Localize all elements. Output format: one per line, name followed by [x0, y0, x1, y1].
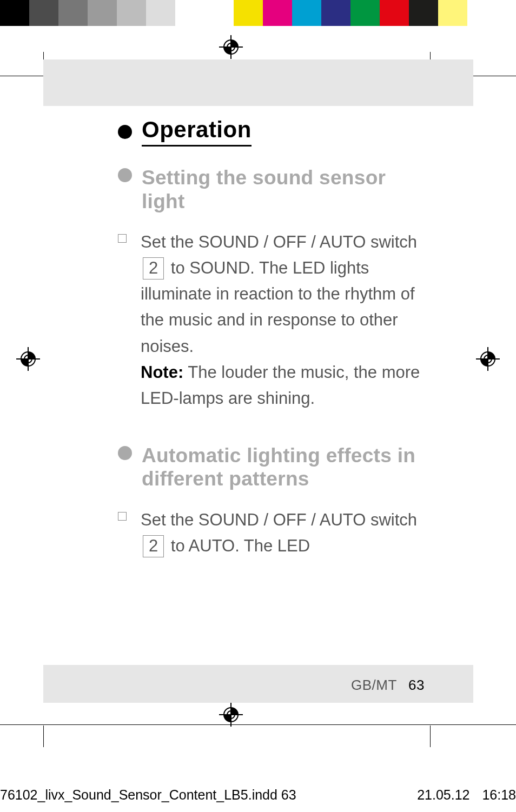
color-swatch — [117, 0, 146, 26]
color-swatch — [29, 0, 58, 26]
color-swatch — [350, 0, 380, 26]
slug-date: 21.05.12 — [417, 787, 469, 802]
heading-setting-sound-sensor: Setting the sound sensor light — [142, 166, 426, 213]
color-swatch — [88, 0, 117, 26]
registration-mark-icon — [219, 35, 243, 59]
slug-filename: 76102_livx_Sound_Sensor_Content_LB5.indd… — [0, 787, 296, 803]
bullet-icon — [118, 168, 132, 182]
color-swatch — [263, 0, 292, 26]
reference-key: 2 — [143, 535, 164, 557]
reference-key: 2 — [143, 257, 164, 279]
color-swatch — [234, 0, 263, 26]
text: to AUTO. The LED — [166, 536, 310, 555]
color-swatch — [58, 0, 88, 26]
heading-automatic-lighting: Automatic lighting effects in different … — [142, 444, 426, 491]
text: Set the SOUND / OFF / AUTO switch — [141, 232, 417, 251]
color-swatch — [409, 0, 438, 26]
note-label: Note: — [141, 363, 183, 382]
page-content: Operation Setting the sound sensor light… — [118, 117, 426, 559]
checkbox-icon — [118, 234, 127, 243]
text: Set the SOUND / OFF / AUTO switch — [141, 510, 417, 529]
heading-operation: Operation — [142, 117, 252, 147]
color-swatch — [292, 0, 321, 26]
instruction-text: Set the SOUND / OFF / AUTO switch 2 to S… — [141, 229, 426, 411]
color-swatch — [175, 0, 204, 26]
registration-mark-icon — [476, 347, 500, 371]
locale-label: GB/MT — [351, 677, 396, 693]
checkbox-icon — [118, 512, 127, 521]
print-color-bar — [0, 0, 516, 26]
color-swatch — [380, 0, 409, 26]
page-header-block — [43, 59, 473, 106]
text: to SOUND. The LED lights illuminate in r… — [141, 258, 415, 355]
page-locale-number: GB/MT 63 — [351, 677, 425, 694]
page-number: 63 — [408, 677, 425, 693]
color-swatch — [204, 0, 234, 26]
color-swatch — [0, 0, 29, 26]
bullet-icon — [118, 125, 132, 139]
color-swatch — [321, 0, 350, 26]
bullet-icon — [118, 446, 132, 460]
color-swatch — [438, 0, 467, 26]
color-swatch — [146, 0, 175, 26]
registration-mark-icon — [16, 347, 40, 371]
slug-time: 16:18 — [482, 787, 516, 802]
crop-marks-bottom — [0, 697, 516, 746]
instruction-text: Set the SOUND / OFF / AUTO switch 2 to A… — [141, 507, 426, 559]
